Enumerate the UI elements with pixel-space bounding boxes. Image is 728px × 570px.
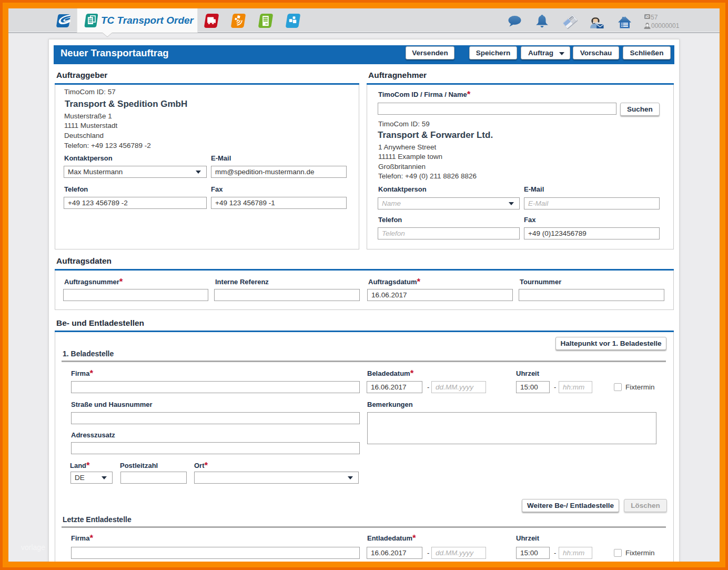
svg-text:iD: iD bbox=[645, 15, 649, 18]
